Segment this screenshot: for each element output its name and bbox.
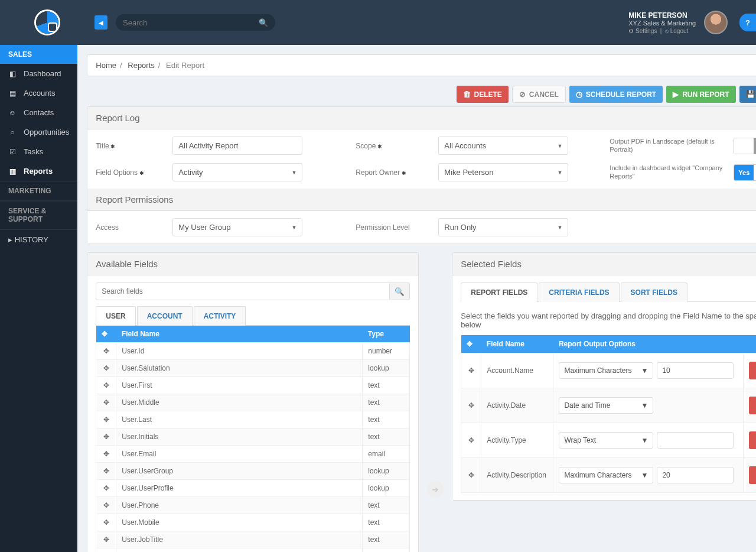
sidebar-item-opportunities[interactable]: ○Opportunities [0, 122, 77, 142]
access-select[interactable]: My User Group▼ [172, 218, 302, 236]
table-row[interactable]: ✥Activity.TypeWrap Text▼🗑 [461, 423, 756, 458]
sidebar-item-contacts[interactable]: ☺Contacts [0, 103, 77, 122]
delete-row-button[interactable]: 🗑 [749, 397, 756, 414]
tab-report-fields[interactable]: REPORT FIELDS [461, 283, 537, 302]
owner-label: Report Owner [356, 168, 432, 177]
report-log-header: Report Log [87, 107, 756, 129]
collapse-sidebar-button[interactable]: ◀ [94, 15, 107, 30]
table-row[interactable]: ✥User.Salutationlookup [96, 360, 410, 377]
sidebar-section-marketing[interactable]: MARKETING [0, 181, 77, 201]
sidebar-item-reports[interactable]: ▥Reports [0, 161, 77, 181]
table-row[interactable]: ✥User.Departmenttext [96, 548, 410, 553]
logout-link[interactable]: Logout [670, 28, 689, 34]
search-fields-button[interactable]: 🔍 [390, 283, 410, 300]
chevron-down-icon: ▼ [557, 225, 562, 230]
chevron-down-icon: ▼ [641, 366, 649, 375]
table-row[interactable]: ✥User.Lasttext [96, 411, 410, 428]
user-avatar[interactable] [704, 11, 728, 34]
option-value-input[interactable] [657, 467, 734, 483]
type-cell: lookup [363, 463, 410, 480]
table-row[interactable]: ✥Activity.DateDate and Time▼🗑 [461, 388, 756, 423]
table-row[interactable]: ✥User.Initialstext [96, 428, 410, 446]
tab-sort-fields[interactable]: SORT FIELDS [621, 283, 687, 302]
move-icon[interactable]: ✥ [96, 411, 116, 428]
sidebar-item-tasks[interactable]: ☑Tasks [0, 142, 77, 161]
global-search-input[interactable] [123, 18, 259, 27]
move-icon[interactable]: ✥ [461, 423, 481, 458]
sidebar-section-sales[interactable]: SALES [0, 45, 77, 64]
sidebar-section-service[interactable]: SERVICE & SUPPORT [0, 201, 77, 229]
delete-row-button[interactable]: 🗑 [749, 466, 756, 484]
table-row[interactable]: ✥User.Emailemail [96, 446, 410, 463]
move-icon[interactable]: ✥ [96, 514, 116, 531]
table-row[interactable]: ✥User.Firsttext [96, 377, 410, 394]
move-icon[interactable]: ✥ [96, 497, 116, 514]
move-icon[interactable]: ✥ [461, 353, 481, 388]
move-icon[interactable]: ✥ [96, 531, 116, 548]
selected-hint: Select the fields you want reported by d… [461, 311, 756, 329]
level-select[interactable]: Run Only▼ [438, 218, 568, 236]
table-row[interactable]: ✥User.Idnumber [96, 343, 410, 360]
owner-select[interactable]: Mike Peterson▼ [438, 163, 568, 181]
table-row[interactable]: ✥User.Phonetext [96, 497, 410, 514]
transfer-arrow-icon[interactable]: ➔ [427, 481, 444, 498]
move-icon[interactable]: ✥ [96, 446, 116, 463]
help-button[interactable]: ? [739, 14, 756, 31]
delete-row-button[interactable]: 🗑 [749, 362, 756, 379]
move-icon[interactable]: ✥ [96, 463, 116, 480]
settings-link[interactable]: Settings [636, 28, 657, 34]
cancel-button[interactable]: ⊘CANCEL [512, 86, 566, 103]
output-option-select[interactable]: Wrap Text▼ [559, 432, 653, 449]
move-icon[interactable]: ✥ [461, 458, 481, 493]
tab-user[interactable]: USER [96, 306, 135, 326]
move-icon[interactable]: ✥ [96, 394, 116, 411]
table-row[interactable]: ✥User.JobTitletext [96, 531, 410, 548]
sidebar-item-dashboard[interactable]: ◧Dashboard [0, 64, 77, 83]
table-row[interactable]: ✥Account.NameMaximum Characters▼🗑 [461, 353, 756, 388]
move-icon[interactable]: ✥ [96, 480, 116, 497]
pdf-toggle[interactable]: No [734, 138, 756, 154]
tab-activity[interactable]: ACTIVITY [194, 306, 246, 326]
field-name-cell: User.Email [116, 446, 363, 463]
main-content: Home/ Reports/ Edit Report 🗑DELETE ⊘CANC… [77, 45, 756, 552]
move-icon[interactable]: ✥ [96, 548, 116, 553]
move-icon[interactable]: ✥ [96, 428, 116, 446]
table-row[interactable]: ✥User.UserProfilelookup [96, 480, 410, 497]
table-row[interactable]: ✥User.Mobiletext [96, 514, 410, 531]
save-button[interactable]: 💾SAVE [739, 86, 756, 103]
move-icon[interactable]: ✥ [461, 388, 481, 423]
search-box[interactable]: 🔍 [116, 14, 275, 31]
run-report-button[interactable]: ▶RUN REPORT [666, 86, 735, 103]
tab-account[interactable]: ACCOUNT [137, 306, 193, 326]
sidebar-item-accounts[interactable]: ▤Accounts [0, 83, 77, 103]
search-fields-input[interactable] [96, 283, 390, 300]
table-row[interactable]: ✥User.Middletext [96, 394, 410, 411]
topbar: ◀ 🔍 MIKE PETERSON XYZ Sales & Marketing … [0, 0, 756, 45]
scope-select[interactable]: All Accounts▼ [438, 137, 568, 155]
output-options-cell: Maximum Characters▼ [553, 353, 744, 388]
move-icon[interactable]: ✥ [96, 343, 116, 360]
table-row[interactable]: ✥Activity.DescriptionMaximum Characters▼… [461, 458, 756, 493]
move-icon[interactable]: ✥ [96, 377, 116, 394]
sidebar: SALES ◧Dashboard ▤Accounts ☺Contacts ○Op… [0, 45, 77, 552]
option-value-input[interactable] [657, 432, 734, 449]
breadcrumb-home[interactable]: Home [96, 61, 116, 70]
col-field-name: Field Name [116, 326, 363, 343]
move-icon[interactable]: ✥ [96, 360, 116, 377]
delete-row-button[interactable]: 🗑 [749, 431, 756, 449]
field-options-select[interactable]: Activity▼ [172, 163, 302, 181]
delete-button[interactable]: 🗑DELETE [457, 86, 509, 103]
breadcrumb-reports[interactable]: Reports [128, 61, 155, 70]
schedule-report-button[interactable]: ◷SCHEDULE REPORT [569, 86, 663, 103]
dashboard-toggle[interactable]: Yes [734, 164, 756, 181]
table-row[interactable]: ✥User.UserGrouplookup [96, 463, 410, 480]
title-input[interactable] [172, 137, 302, 155]
output-option-select[interactable]: Date and Time▼ [559, 397, 653, 414]
output-option-select[interactable]: Maximum Characters▼ [559, 467, 653, 483]
sidebar-history[interactable]: ▸ HISTORY [0, 229, 77, 249]
sidebar-item-label: Accounts [24, 89, 55, 98]
field-name-cell: User.Salutation [116, 360, 363, 377]
option-value-input[interactable] [657, 362, 734, 379]
tab-criteria-fields[interactable]: CRITERIA FIELDS [539, 283, 619, 302]
output-option-select[interactable]: Maximum Characters▼ [559, 362, 653, 379]
